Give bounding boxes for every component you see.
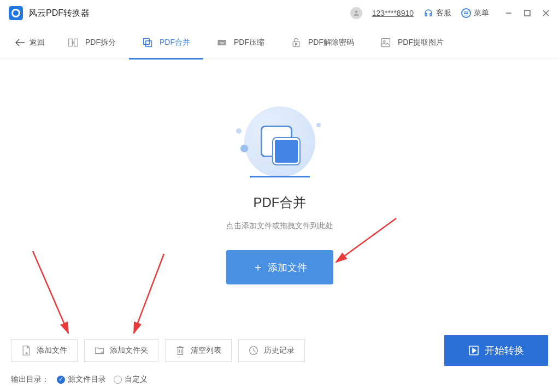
clear-list-button[interactable]: 清空列表 xyxy=(165,339,232,362)
hero-subtitle: 点击添加文件或拖拽文件到此处 xyxy=(226,221,333,231)
hero-title: PDF合并 xyxy=(254,194,306,211)
back-button[interactable]: 返回 xyxy=(5,38,55,47)
svg-rect-2 xyxy=(525,10,530,16)
headset-icon xyxy=(423,8,433,18)
output-dir-label: 输出目录： xyxy=(11,375,49,384)
radio-checked-icon xyxy=(57,376,65,384)
add-folder-button[interactable]: 添加文件夹 xyxy=(84,339,158,362)
menu-button[interactable]: 菜单 xyxy=(461,8,489,18)
radio-custom-dir[interactable]: 自定义 xyxy=(114,375,148,384)
svg-rect-13 xyxy=(382,38,390,46)
svg-rect-7 xyxy=(144,38,150,44)
unlock-icon: P xyxy=(291,37,302,48)
play-icon xyxy=(468,345,479,356)
maximize-button[interactable] xyxy=(523,9,532,17)
app-logo xyxy=(9,6,23,20)
svg-point-0 xyxy=(355,10,357,13)
main-drop-zone[interactable]: PDF合并 点击添加文件或拖拽文件到此处 ＋ 添加文件 xyxy=(0,59,559,326)
folder-add-icon xyxy=(95,345,104,356)
tab-pdf-compress[interactable]: ZIP PDF压缩 xyxy=(203,26,278,59)
split-icon xyxy=(68,37,79,48)
svg-rect-5 xyxy=(69,39,73,46)
bottom-bar: 添加文件 添加文件夹 清空列表 历史记录 开始转换 输出目录： 源文件目录 自定… xyxy=(0,335,559,384)
clock-icon xyxy=(249,345,258,356)
menu-icon xyxy=(461,8,471,18)
compress-icon: ZIP xyxy=(216,37,227,48)
app-title: 风云PDF转换器 xyxy=(28,8,90,19)
image-icon xyxy=(380,37,391,48)
add-file-button[interactable]: 添加文件 xyxy=(11,339,78,362)
arrow-left-icon xyxy=(15,39,25,46)
svg-text:P: P xyxy=(295,43,297,46)
plus-icon: ＋ xyxy=(252,260,263,275)
start-convert-button[interactable]: 开始转换 xyxy=(444,335,548,366)
hero-illustration xyxy=(231,101,329,183)
radio-unchecked-icon xyxy=(114,376,122,384)
minimize-button[interactable] xyxy=(504,9,513,17)
history-button[interactable]: 历史记录 xyxy=(238,339,305,362)
titlebar: 风云PDF转换器 123****8910 客服 菜单 xyxy=(0,0,559,26)
tab-pdf-unlock[interactable]: P PDF解除密码 xyxy=(278,26,367,59)
support-button[interactable]: 客服 xyxy=(423,8,451,18)
merge-icon xyxy=(142,37,153,48)
tab-pdf-merge[interactable]: PDF合并 xyxy=(129,26,203,59)
close-button[interactable] xyxy=(542,9,550,17)
toolbar: 返回 PDF拆分 PDF合并 ZIP PDF压缩 P PDF解除密码 PDF提取… xyxy=(0,26,559,59)
trash-icon xyxy=(175,345,185,356)
radio-source-dir[interactable]: 源文件目录 xyxy=(57,375,106,384)
svg-rect-6 xyxy=(74,39,78,46)
svg-rect-8 xyxy=(146,40,152,46)
username-link[interactable]: 123****8910 xyxy=(372,9,414,17)
file-add-icon xyxy=(21,345,31,356)
add-file-main-button[interactable]: ＋ 添加文件 xyxy=(226,250,333,284)
tab-pdf-extract-images[interactable]: PDF提取图片 xyxy=(367,26,457,59)
svg-text:ZIP: ZIP xyxy=(219,41,224,44)
svg-point-14 xyxy=(384,40,385,41)
tab-pdf-split[interactable]: PDF拆分 xyxy=(55,26,129,59)
user-avatar-icon[interactable] xyxy=(350,7,362,19)
